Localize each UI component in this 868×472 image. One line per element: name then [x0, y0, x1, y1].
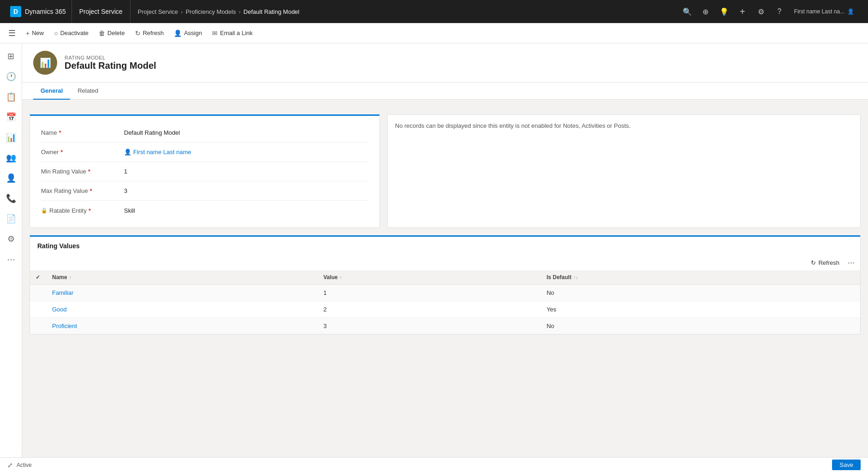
- bookmark-icon-button[interactable]: ⊕: [697, 3, 714, 20]
- check-column-header: ✓: [30, 270, 47, 285]
- sidebar-phone-icon[interactable]: 📞: [2, 189, 20, 208]
- brand-logo-icon: D: [10, 6, 21, 17]
- user-avatar-icon: 👤: [847, 8, 854, 15]
- sidebar-report-icon[interactable]: 📄: [2, 209, 20, 228]
- lightbulb-icon-button[interactable]: 💡: [716, 3, 732, 20]
- row-check-2[interactable]: [30, 318, 47, 335]
- new-button[interactable]: + New: [21, 27, 48, 40]
- sidebar-home-icon[interactable]: ⊞: [2, 47, 20, 66]
- tabs-bar: General Related: [22, 83, 868, 100]
- row-name-2[interactable]: Proficient: [47, 318, 318, 335]
- check-all-icon[interactable]: ✓: [35, 274, 40, 281]
- row-check-0[interactable]: [30, 285, 47, 301]
- rv-more-button[interactable]: ···: [848, 258, 855, 268]
- sidebar-notes-icon[interactable]: 📋: [2, 88, 20, 106]
- rating-values-section: Rating Values ↻ Refresh ··· ✓: [30, 235, 861, 335]
- rating-values-table: ✓ Name ↑ Value ↑: [30, 270, 860, 334]
- owner-required-indicator: *: [60, 149, 63, 155]
- sidebar-settings-icon[interactable]: ⚙: [2, 230, 20, 248]
- brand-section[interactable]: D Dynamics 365: [5, 0, 72, 23]
- isdefault-column-header[interactable]: Is Default ↑↓: [541, 270, 860, 285]
- refresh-icon: ↻: [135, 30, 141, 37]
- command-bar: ☰ + New ○ Deactivate 🗑 Delete ↻ Refresh …: [0, 23, 868, 43]
- name-sort-icon: ↑: [69, 275, 71, 280]
- value-column-header[interactable]: Value ↑: [318, 270, 541, 285]
- row-isdefault-0: No: [541, 285, 860, 301]
- owner-form-row: Owner * 👤 First name Last name: [41, 143, 368, 162]
- ratable-entity-form-row: 🔒 Ratable Entity * Skill: [41, 201, 368, 220]
- sidebar-more-icon[interactable]: ⋯: [2, 250, 20, 269]
- record-header: 📊 RATING MODEL Default Rating Model: [22, 43, 868, 83]
- form-fields: Name * Default Rating Model Owner *: [30, 116, 379, 227]
- delete-button[interactable]: 🗑 Delete: [94, 27, 130, 40]
- content-area: 📊 RATING MODEL Default Rating Model Gene…: [22, 43, 868, 457]
- breadcrumb: Project Service › Proficiency Models › D…: [130, 0, 674, 23]
- name-form-row: Name * Default Rating Model: [41, 123, 368, 143]
- sidebar-recent-icon[interactable]: 🕐: [2, 67, 20, 86]
- row-check-1[interactable]: [30, 301, 47, 318]
- tab-general[interactable]: General: [33, 83, 70, 100]
- value-sort-icon: ↑: [340, 275, 342, 280]
- max-rating-form-row: Max Rating Value * 3: [41, 181, 368, 201]
- tab-related[interactable]: Related: [70, 83, 106, 100]
- sidebar-contacts-icon[interactable]: 👥: [2, 149, 20, 167]
- expand-icon[interactable]: ⤢: [7, 461, 13, 469]
- min-rating-value[interactable]: 1: [124, 168, 368, 175]
- help-icon-button[interactable]: ?: [771, 3, 788, 20]
- isdefault-sort-icon: ↑↓: [573, 275, 578, 280]
- plus-icon-button[interactable]: +: [734, 3, 751, 20]
- email-link-button[interactable]: ✉ Email a Link: [207, 27, 257, 40]
- user-profile-button[interactable]: First name Last na... 👤: [790, 6, 859, 17]
- name-required-indicator: *: [59, 129, 61, 136]
- record-title-block: RATING MODEL Default Rating Model: [65, 55, 156, 71]
- delete-icon: 🗑: [99, 30, 105, 37]
- owner-value[interactable]: 👤 First name Last name: [124, 149, 368, 155]
- aside-panel: No records can be displayed since this e…: [387, 114, 861, 228]
- sidebar-person-icon[interactable]: 👤: [2, 169, 20, 187]
- settings-icon-button[interactable]: ⚙: [753, 3, 769, 20]
- refresh-label: Refresh: [143, 30, 164, 36]
- assign-label: Assign: [184, 30, 202, 36]
- save-button[interactable]: Save: [832, 460, 861, 470]
- rv-refresh-icon: ↻: [811, 259, 816, 266]
- name-label: Name *: [41, 129, 124, 136]
- form-scroll-area: Name * Default Rating Model Owner *: [22, 100, 868, 457]
- ratable-entity-label: 🔒 Ratable Entity *: [41, 207, 124, 214]
- row-name-1[interactable]: Good: [47, 301, 318, 318]
- deactivate-icon: ○: [54, 30, 58, 37]
- breadcrumb-project-service[interactable]: Project Service: [138, 8, 178, 15]
- brand-name: Dynamics 365: [25, 8, 66, 15]
- rating-values-title: Rating Values: [30, 237, 860, 255]
- name-value[interactable]: Default Rating Model: [124, 129, 368, 136]
- row-value-2: 3: [318, 318, 541, 335]
- row-value-0: 1: [318, 285, 541, 301]
- name-column-header[interactable]: Name ↑: [47, 270, 318, 285]
- hamburger-button[interactable]: ☰: [4, 25, 20, 42]
- sidebar-calendar-icon[interactable]: 📅: [2, 108, 20, 126]
- email-link-label: Email a Link: [220, 30, 253, 36]
- refresh-button[interactable]: ↻ Refresh: [130, 27, 169, 40]
- search-icon-button[interactable]: 🔍: [679, 3, 696, 20]
- table-header-row: ✓ Name ↑ Value ↑: [30, 270, 860, 285]
- form-aside-layout: Name * Default Rating Model Owner *: [22, 107, 868, 235]
- new-label: New: [32, 30, 44, 36]
- deactivate-button[interactable]: ○ Deactivate: [49, 27, 93, 40]
- deactivate-label: Deactivate: [60, 30, 89, 36]
- delete-label: Delete: [107, 30, 125, 36]
- assign-button[interactable]: 👤 Assign: [169, 27, 207, 40]
- rating-values-refresh-button[interactable]: ↻ Refresh: [806, 257, 844, 269]
- assign-icon: 👤: [174, 30, 182, 37]
- module-name[interactable]: Project Service: [72, 0, 130, 23]
- max-rating-required-indicator: *: [90, 187, 92, 194]
- row-isdefault-1: Yes: [541, 301, 860, 318]
- top-nav: D Dynamics 365 Project Service Project S…: [0, 0, 868, 23]
- breadcrumb-proficiency-models[interactable]: Proficiency Models: [186, 8, 236, 15]
- max-rating-value[interactable]: 3: [124, 187, 368, 194]
- record-name: Default Rating Model: [65, 60, 156, 71]
- row-name-0[interactable]: Familiar: [47, 285, 318, 301]
- lock-icon: 🔒: [41, 208, 47, 214]
- sidebar: ⊞ 🕐 📋 📅 📊 👥 👤 📞 📄 ⚙ ⋯: [0, 43, 22, 457]
- ratable-entity-value[interactable]: Skill: [124, 207, 368, 214]
- sidebar-dashboard-icon[interactable]: 📊: [2, 128, 20, 147]
- main-layout: ⊞ 🕐 📋 📅 📊 👥 👤 📞 📄 ⚙ ⋯ 📊 RATING MODEL Def…: [0, 43, 868, 457]
